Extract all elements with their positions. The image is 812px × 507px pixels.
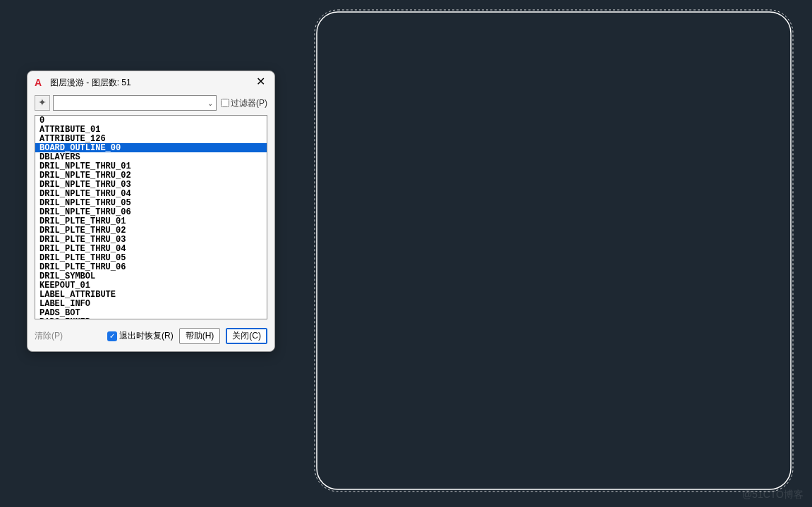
- board-outline-canvas: [314, 9, 794, 492]
- list-item[interactable]: BOARD_OUTLINE_00: [35, 143, 267, 152]
- layer-filter-input[interactable]: [54, 98, 205, 108]
- list-item[interactable]: LABEL_INFO: [35, 299, 267, 308]
- filter-label: 过滤器(P): [231, 97, 267, 109]
- list-item[interactable]: DRIL_PLTE_THRU_05: [35, 253, 267, 262]
- list-item[interactable]: DRIL_NPLTE_THRU_03: [35, 180, 267, 189]
- list-item[interactable]: ATTRIBUTE_126: [35, 134, 267, 143]
- watermark: @51CTO博客: [742, 489, 804, 501]
- list-item[interactable]: KEEPOUT_01: [35, 281, 267, 290]
- list-item[interactable]: PADS_INNER: [35, 317, 267, 319]
- list-item[interactable]: ATTRIBUTE_01: [35, 125, 267, 134]
- list-item[interactable]: DRIL_NPLTE_THRU_05: [35, 198, 267, 207]
- layer-filter-combo[interactable]: ⌄: [53, 95, 217, 111]
- list-item[interactable]: DRIL_PLTE_THRU_01: [35, 216, 267, 226]
- dialog-title: 图层漫游 - 图层数: 51: [50, 77, 253, 89]
- autocad-icon: A: [35, 77, 46, 88]
- list-item[interactable]: LABEL_ATTRIBUTE: [35, 290, 267, 299]
- list-item[interactable]: DRIL_NPLTE_THRU_06: [35, 207, 267, 216]
- clear-button[interactable]: 清除(P): [35, 330, 63, 342]
- svg-rect-1: [315, 10, 793, 491]
- restore-checkbox[interactable]: ✓ 退出时恢复(R): [107, 330, 174, 342]
- list-item[interactable]: DRIL_PLTE_THRU_04: [35, 244, 267, 253]
- add-button[interactable]: ✦: [35, 95, 50, 111]
- list-item[interactable]: PADS_BOT: [35, 308, 267, 317]
- list-item[interactable]: DBLAYERS: [35, 152, 267, 161]
- dialog-toolbar: ✦ ⌄ 过滤器(P): [28, 92, 274, 114]
- list-item[interactable]: DRIL_NPLTE_THRU_02: [35, 171, 267, 180]
- filter-checkbox[interactable]: 过滤器(P): [221, 97, 267, 109]
- list-item[interactable]: DRIL_PLTE_THRU_02: [35, 226, 267, 235]
- layer-walk-dialog: A 图层漫游 - 图层数: 51 ✕ ✦ ⌄ 过滤器(P) 0ATTRIBUTE…: [27, 71, 275, 352]
- list-item[interactable]: DRIL_NPLTE_THRU_04: [35, 189, 267, 198]
- help-button[interactable]: 帮助(H): [179, 328, 221, 344]
- chevron-down-icon[interactable]: ⌄: [205, 99, 216, 107]
- layer-listbox[interactable]: 0ATTRIBUTE_01ATTRIBUTE_126BOARD_OUTLINE_…: [35, 115, 267, 319]
- svg-rect-0: [317, 12, 791, 489]
- restore-label: 退出时恢复(R): [119, 330, 174, 342]
- list-item[interactable]: DRIL_PLTE_THRU_06: [35, 262, 267, 271]
- dialog-titlebar[interactable]: A 图层漫游 - 图层数: 51 ✕: [28, 71, 274, 92]
- filter-checkbox-input[interactable]: [221, 99, 229, 107]
- list-item[interactable]: DRIL_NPLTE_THRU_01: [35, 161, 267, 171]
- list-item[interactable]: 0: [35, 116, 267, 125]
- checkbox-checked-icon: ✓: [107, 331, 117, 341]
- list-item[interactable]: DRIL_SYMBOL: [35, 271, 267, 281]
- close-icon[interactable]: ✕: [253, 75, 267, 90]
- close-button[interactable]: 关闭(C): [226, 328, 267, 344]
- list-item[interactable]: DRIL_PLTE_THRU_03: [35, 235, 267, 244]
- dialog-bottombar: 清除(P) ✓ 退出时恢复(R) 帮助(H) 关闭(C): [28, 324, 274, 351]
